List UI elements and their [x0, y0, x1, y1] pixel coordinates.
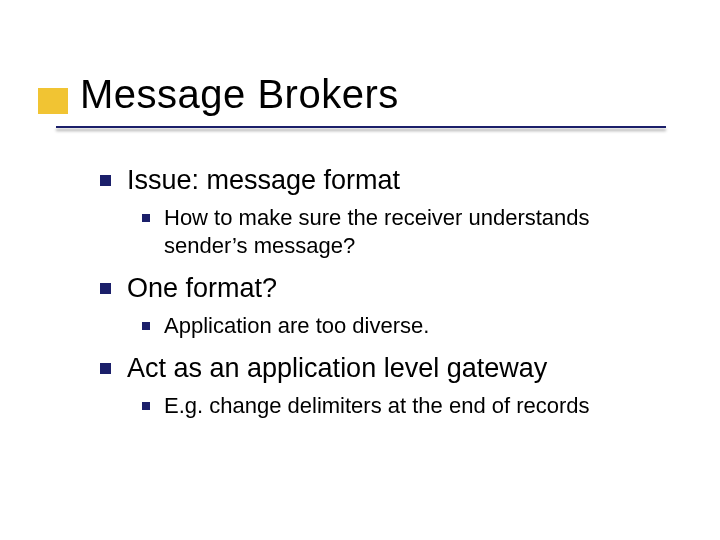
title-accent-block	[38, 88, 68, 114]
square-bullet-icon	[100, 363, 111, 374]
slide-title: Message Brokers	[80, 72, 399, 117]
list-item: Act as an application level gateway	[100, 352, 670, 386]
square-bullet-icon	[100, 283, 111, 294]
list-item-text: Application are too diverse.	[164, 312, 429, 340]
square-bullet-icon	[142, 214, 150, 222]
list-item: E.g. change delimiters at the end of rec…	[142, 392, 670, 420]
list-item: One format?	[100, 272, 670, 306]
square-bullet-icon	[142, 322, 150, 330]
list-item-text: E.g. change delimiters at the end of rec…	[164, 392, 590, 420]
list-item-text: Issue: message format	[127, 164, 400, 198]
list-item: How to make sure the receiver understand…	[142, 204, 670, 260]
list-item-text: How to make sure the receiver understand…	[164, 204, 670, 260]
list-item: Issue: message format	[100, 164, 670, 198]
square-bullet-icon	[142, 402, 150, 410]
square-bullet-icon	[100, 175, 111, 186]
slide: Message Brokers Issue: message format Ho…	[0, 0, 720, 540]
list-item-text: One format?	[127, 272, 277, 306]
list-item-text: Act as an application level gateway	[127, 352, 547, 386]
list-item: Application are too diverse.	[142, 312, 670, 340]
title-underline	[56, 126, 666, 128]
slide-content: Issue: message format How to make sure t…	[100, 152, 670, 424]
